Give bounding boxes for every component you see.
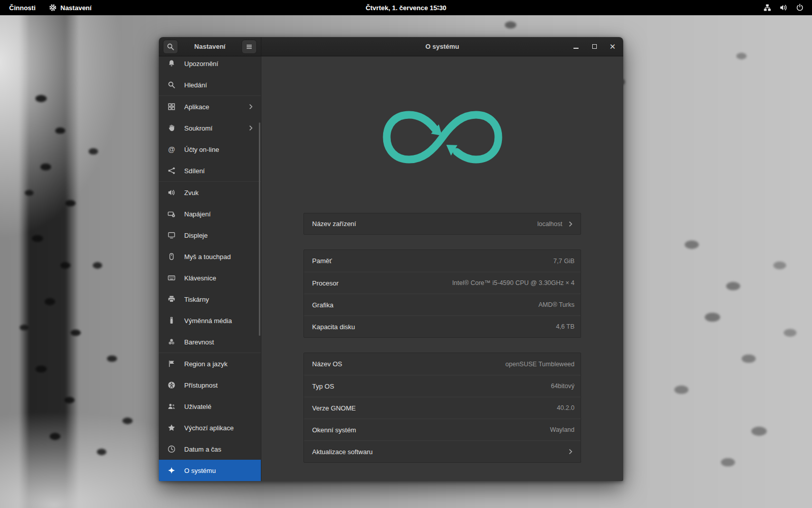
sidebar-item-label: Přístupnost <box>184 382 218 389</box>
sidebar-item-label: O systému <box>184 467 216 474</box>
chevron-right-icon <box>566 220 574 228</box>
sidebar-item-power[interactable]: Napájení <box>159 203 261 225</box>
at-icon: @ <box>167 145 176 153</box>
sidebar-item-label: Upozornění <box>184 60 218 68</box>
mouse-icon <box>167 252 176 261</box>
sidebar-item-label: Účty on-line <box>184 146 219 153</box>
sidebar-item-keyboard[interactable]: Klávesnice <box>159 267 261 289</box>
color-circles-icon <box>167 338 176 346</box>
chevron-right-icon <box>566 448 574 456</box>
sidebar-item-sharing[interactable]: Sdílení <box>159 160 261 181</box>
gnome-version-row: Verze GNOME 40.2.0 <box>304 397 581 419</box>
sidebar-item-region-language[interactable]: Region a jazyk <box>159 353 261 374</box>
gnome-top-bar: Činnosti Nastavení Čtvrtek, 1. července … <box>0 0 812 15</box>
sidebar-item-date-time[interactable]: Datum a čas <box>159 438 261 460</box>
sidebar-item-notifications[interactable]: Upozornění <box>159 56 261 74</box>
device-name-card: Název zařízení localhost <box>303 213 581 235</box>
row-label: Aktualizace softwaru <box>312 448 373 456</box>
sidebar-item-label: Hledání <box>184 81 207 89</box>
settings-sidebar: Upozornění Hledání <box>159 56 261 481</box>
sidebar-item-label: Napájení <box>184 210 211 218</box>
row-value: openSUSE Tumbleweed <box>505 361 574 368</box>
row-label: Okenní systém <box>312 426 356 434</box>
sidebar-item-label: Výchozí aplikace <box>184 424 234 432</box>
star-icon <box>167 424 176 432</box>
sidebar-item-color[interactable]: Barevnost <box>159 331 261 353</box>
bell-icon <box>167 59 176 68</box>
sidebar-item-label: Myš a touchpad <box>184 253 231 261</box>
battery-icon <box>167 210 176 218</box>
activities-button[interactable]: Činnosti <box>9 4 36 12</box>
sidebar-item-label: Soukromí <box>184 124 213 132</box>
sidebar-item-users[interactable]: Uživatelé <box>159 396 261 417</box>
sidebar-item-removable-media[interactable]: Výměnná média <box>159 310 261 331</box>
row-label: Procesor <box>312 279 339 287</box>
maximize-button[interactable] <box>591 43 598 50</box>
apps-grid-icon <box>167 103 176 111</box>
row-value: 40.2.0 <box>557 404 574 411</box>
memory-row: Paměť 7,7 GiB <box>304 250 581 272</box>
row-label: Kapacita disku <box>312 323 355 331</box>
close-button[interactable]: ✕ <box>609 43 616 50</box>
processor-row: Procesor Intel® Core™ i5-4590 CPU @ 3.30… <box>304 272 581 294</box>
sidebar-item-label: Sdílení <box>184 167 205 175</box>
row-label: Verze GNOME <box>312 404 356 412</box>
row-value: AMD® Turks <box>538 301 574 308</box>
clock[interactable]: Čtvrtek, 1. července 15∶30 <box>0 4 812 12</box>
hamburger-menu-icon <box>245 43 253 51</box>
share-icon <box>167 167 176 175</box>
desktop: Činnosti Nastavení Čtvrtek, 1. července … <box>0 0 812 508</box>
settings-window: Nastavení O systému ✕ <box>159 37 623 481</box>
sidebar-item-label: Barevnost <box>184 338 214 346</box>
sidebar-item-label: Aplikace <box>184 103 209 111</box>
printer-icon <box>167 295 176 303</box>
speaker-icon <box>167 188 176 197</box>
users-icon <box>167 402 176 410</box>
sidebar-item-displays[interactable]: Displeje <box>159 225 261 246</box>
content-headerbar: O systému ✕ <box>261 37 623 56</box>
sidebar-item-applications[interactable]: Aplikace <box>159 96 261 117</box>
minimize-button[interactable] <box>572 43 580 50</box>
device-name-row[interactable]: Název zařízení localhost <box>304 213 581 234</box>
sidebar-item-label: Displeje <box>184 232 208 239</box>
system-status-area[interactable] <box>763 4 812 12</box>
network-wired-icon <box>763 4 771 12</box>
sidebar-headerbar: Nastavení <box>159 37 261 56</box>
sidebar-item-online-accounts[interactable]: @ Účty on-line <box>159 139 261 160</box>
primary-menu-button[interactable] <box>242 40 257 54</box>
sidebar-item-printers[interactable]: Tiskárny <box>159 289 261 310</box>
row-label: Typ OS <box>312 383 334 390</box>
row-label: Název OS <box>312 360 342 368</box>
sidebar-item-label: Výměnná média <box>184 317 232 325</box>
sidebar-item-mouse-touchpad[interactable]: Myš a touchpad <box>159 246 261 267</box>
sidebar-item-search[interactable]: Hledání <box>159 74 261 96</box>
sidebar-item-accessibility[interactable]: Přístupnost <box>159 374 261 396</box>
windowing-system-row: Okenní systém Wayland <box>304 419 581 440</box>
sidebar-item-label: Datum a čas <box>184 446 221 453</box>
sidebar-item-sound[interactable]: Zvuk <box>159 182 261 203</box>
sidebar-item-label: Tiskárny <box>184 296 209 303</box>
os-type-row: Typ OS 64bitový <box>304 375 581 397</box>
row-value: 4,6 TB <box>556 323 574 330</box>
sidebar-item-label: Region a jazyk <box>184 360 227 368</box>
row-value: localhost <box>537 220 562 228</box>
focused-app-menu[interactable]: Nastavení <box>49 4 91 12</box>
sidebar-item-privacy[interactable]: Soukromí <box>159 117 261 139</box>
chevron-right-icon <box>247 124 255 132</box>
search-button[interactable] <box>163 40 178 54</box>
power-icon <box>796 4 804 12</box>
sidebar-title: Nastavení <box>194 43 225 50</box>
sidebar-item-label: Zvuk <box>184 189 198 197</box>
os-name-row: Název OS openSUSE Tumbleweed <box>304 353 581 375</box>
row-value: Wayland <box>550 426 574 433</box>
sidebar-scrollbar[interactable] <box>259 122 260 336</box>
sidebar-item-default-apps[interactable]: Výchozí aplikace <box>159 417 261 438</box>
row-value: 64bitový <box>551 383 574 390</box>
os-info-card: Název OS openSUSE Tumbleweed Typ OS 64bi… <box>303 353 581 463</box>
row-label: Paměť <box>312 257 332 265</box>
sidebar-item-about[interactable]: O systému <box>159 460 261 481</box>
row-label: Grafika <box>312 301 333 309</box>
sparkle-icon <box>167 466 176 474</box>
software-updates-row[interactable]: Aktualizace softwaru <box>304 440 581 462</box>
chevron-right-icon <box>247 103 255 111</box>
